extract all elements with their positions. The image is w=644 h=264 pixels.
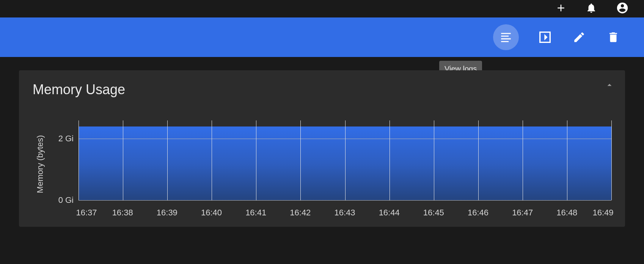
y-tick-label: 0 Gi — [58, 195, 74, 205]
gridline-vertical — [123, 120, 123, 200]
x-tick-label: 16:47 — [512, 208, 533, 218]
x-tick-label: 16:37 — [76, 208, 97, 218]
x-axis-ticks: 16:3716:3816:3916:4016:4116:4216:4316:44… — [78, 204, 611, 219]
gridline-horizontal — [79, 200, 611, 201]
exec-button[interactable] — [537, 29, 553, 45]
x-tick-label: 16:42 — [290, 208, 311, 218]
x-tick-label: 16:49 — [592, 208, 613, 218]
gridline-vertical — [345, 120, 346, 200]
account-icon[interactable] — [616, 2, 629, 16]
x-tick-label: 16:46 — [468, 208, 488, 218]
x-tick-label: 16:44 — [379, 208, 400, 218]
view-logs-button[interactable] — [493, 24, 519, 50]
gridline-vertical — [300, 120, 301, 200]
action-bar: View logs — [0, 17, 644, 57]
edit-icon — [573, 31, 586, 44]
plot-area — [78, 120, 611, 200]
delete-button[interactable] — [605, 29, 621, 45]
chevron-up-icon — [605, 80, 614, 90]
exec-icon — [537, 30, 553, 45]
plus-icon[interactable] — [555, 2, 567, 15]
gridline-vertical — [79, 120, 79, 200]
gridline-vertical — [478, 120, 479, 200]
gridline-vertical — [390, 120, 390, 200]
gridline-vertical — [523, 120, 523, 200]
y-axis-label-wrap: Memory (bytes) — [33, 109, 48, 219]
gridline-vertical — [167, 120, 168, 200]
collapse-button[interactable] — [605, 80, 614, 92]
gridline-vertical — [567, 120, 567, 200]
x-tick-label: 16:39 — [157, 208, 177, 218]
content-area: Memory Usage Memory (bytes) 0 Gi2 Gi 16:… — [0, 57, 644, 227]
gridline-vertical — [256, 120, 256, 200]
delete-icon — [607, 31, 620, 44]
bell-icon[interactable] — [586, 2, 597, 15]
x-tick-label: 16:40 — [201, 208, 222, 218]
gridline-vertical — [212, 120, 212, 200]
y-axis-ticks: 0 Gi2 Gi — [48, 109, 78, 219]
chart: Memory (bytes) 0 Gi2 Gi 16:3716:3816:391… — [33, 109, 611, 219]
x-tick-label: 16:38 — [112, 208, 133, 218]
x-tick-label: 16:48 — [556, 208, 577, 218]
gridline-vertical — [611, 120, 612, 200]
y-tick-label: 2 Gi — [58, 134, 74, 144]
x-tick-label: 16:41 — [245, 208, 266, 218]
gridline-vertical — [434, 120, 434, 200]
x-tick-label: 16:43 — [334, 208, 355, 218]
top-app-bar — [0, 0, 644, 17]
x-tick-label: 16:45 — [423, 208, 444, 218]
card-title: Memory Usage — [33, 82, 611, 98]
y-axis-label: Memory (bytes) — [35, 135, 45, 193]
edit-button[interactable] — [571, 29, 587, 45]
memory-usage-card: Memory Usage Memory (bytes) 0 Gi2 Gi 16:… — [19, 70, 625, 227]
plot-area-wrap: 16:3716:3816:3916:4016:4116:4216:4316:44… — [78, 109, 611, 219]
logs-icon — [499, 31, 512, 44]
